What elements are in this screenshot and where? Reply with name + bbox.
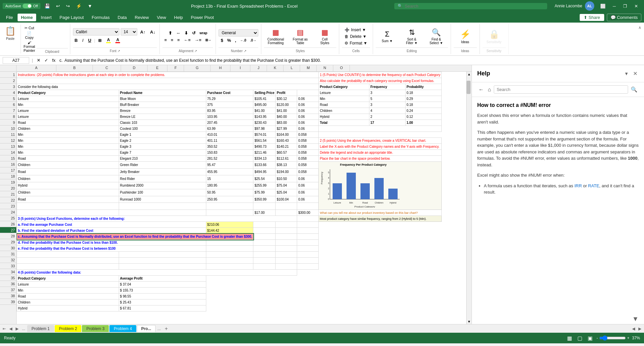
cell-a5[interactable]: Leisure [17, 96, 119, 102]
cell-f8[interactable]: 0.06 [297, 114, 319, 120]
number-format-select[interactable]: General [219, 29, 258, 37]
cell-g9[interactable]: Total [319, 120, 369, 126]
cell-f29[interactable] [297, 246, 319, 252]
normal-view-button[interactable]: ▦ [566, 334, 573, 342]
delete-cells-button[interactable]: 🗑 Delete ▼ [342, 34, 369, 40]
cell-e21[interactable]: $100.04 [276, 196, 297, 203]
row-39[interactable]: 39 [0, 299, 16, 305]
cell-f17[interactable]: 0.058 [297, 168, 319, 175]
quick-access-button[interactable]: ⚡ [74, 2, 84, 10]
cell-d22[interactable] [253, 203, 276, 210]
cell-c13[interactable]: 350.52 [206, 144, 253, 150]
cell-a23[interactable] [17, 210, 119, 216]
format-painter-button[interactable]: 🖌 Format Painter [22, 40, 36, 53]
cell-d23[interactable]: $17.00 [253, 210, 276, 216]
row-16[interactable]: 16 [0, 161, 16, 167]
cell-d25[interactable] [253, 222, 276, 228]
cell-c4[interactable]: Purchase Cost [206, 90, 253, 96]
align-middle-button[interactable]: ↔ [174, 30, 182, 36]
cell-e19[interactable]: $75.04 [276, 182, 297, 189]
bold-button[interactable]: B [73, 37, 79, 43]
cell-e17[interactable]: $194.00 [276, 168, 297, 175]
cell-b20[interactable]: Pushkinder 100 [119, 189, 206, 196]
cell-e27[interactable] [276, 234, 297, 240]
cell-a33[interactable]: 4 (5 points) Consider the following data… [17, 270, 297, 276]
row-7[interactable]: 7 [0, 108, 16, 114]
col-header-b[interactable]: B [56, 65, 93, 71]
autosave-toggle[interactable]: AutoSave Off [3, 3, 40, 9]
cell-g13[interactable]: Label the X-axis with the Product Catego… [319, 144, 442, 150]
cell-g10[interactable] [319, 126, 442, 132]
cell-c14[interactable]: 150.83 [206, 150, 253, 156]
cell-b13[interactable]: Eagle 3 [119, 144, 206, 150]
cell-b19[interactable]: Rumblend 2000 [119, 182, 206, 189]
redo-button[interactable]: ↪ [64, 2, 72, 10]
underline-button[interactable]: U [87, 37, 93, 43]
cell-c12[interactable]: 401.11 [206, 138, 253, 144]
menu-home[interactable]: Home [18, 14, 36, 21]
cell-a39[interactable]: Hybrid [17, 305, 119, 311]
cell-d9[interactable]: $230.43 [253, 120, 276, 126]
cell-f7[interactable]: 0.06 [297, 108, 319, 114]
row-15[interactable]: 15 [0, 155, 16, 161]
autosave-switch[interactable] [23, 4, 32, 8]
row-28[interactable]: 28 [0, 233, 16, 239]
wrap-text-button[interactable]: wrap [198, 30, 209, 36]
row-34[interactable]: 34 [0, 269, 16, 275]
cell-b21[interactable]: Runroad 1000 [119, 196, 206, 203]
font-color-button[interactable]: A [114, 37, 122, 44]
cell-b36[interactable]: $ 155.73 [119, 288, 206, 294]
sheet-scroll-left[interactable]: ◀ [631, 326, 636, 332]
row-13[interactable]: 13 [0, 143, 16, 149]
cell-d4[interactable]: Selling Price [253, 90, 276, 96]
row-30[interactable]: 30 [0, 245, 16, 251]
cell-h3[interactable]: Frequency [369, 84, 405, 90]
row-29[interactable]: 29 [0, 239, 16, 245]
irr-link[interactable]: IRR [574, 183, 582, 188]
cell-a26[interactable]: b. Find the standard deviation of Purcha… [17, 228, 206, 234]
cell-f20[interactable]: 0.06 [297, 189, 319, 196]
row-37[interactable]: 37 [0, 287, 16, 293]
page-layout-view-button[interactable]: ▢ [576, 334, 584, 342]
cell-b9[interactable]: Classic 103 [119, 120, 206, 126]
cell-b35[interactable]: $ 37.04 [119, 282, 206, 288]
cell-e11[interactable]: $164.00 [276, 132, 297, 138]
col-header-m[interactable]: M [300, 65, 317, 71]
cell-d6[interactable]: $495.00 [253, 102, 276, 108]
cell-b5[interactable]: Blue Moon [119, 96, 206, 102]
col-header-a[interactable]: A [17, 65, 56, 71]
cell-g12[interactable]: 2 (5 points) Using the above Frequencies… [319, 138, 442, 144]
font-settings-icon[interactable]: ↗ [117, 49, 120, 53]
cell-a19[interactable]: Hybrid [17, 182, 119, 189]
search-input[interactable] [405, 4, 544, 9]
cell-i7[interactable]: 0.24 [405, 108, 441, 114]
scroll-down-button[interactable]: ▼ [467, 319, 472, 324]
row-1[interactable]: 1 [0, 72, 16, 78]
scroll-thumb[interactable] [467, 81, 471, 94]
cell-b16[interactable]: Green Rider [119, 162, 206, 169]
cell-f28[interactable] [297, 240, 319, 246]
cell-d5[interactable]: $105.41 [253, 96, 276, 102]
cell-a1[interactable]: Instructions: (20 points) Follow the ins… [17, 72, 319, 78]
cell-i9[interactable]: 1.00 [405, 120, 441, 126]
row-35[interactable]: 35 [0, 275, 16, 281]
cell-d10[interactable]: $97.98 [253, 126, 276, 132]
cell-d15[interactable]: $334.13 [253, 156, 276, 162]
percent-button[interactable]: % [225, 37, 233, 43]
cell-b14[interactable]: Eagle 7 [119, 150, 206, 156]
font-size-select[interactable]: 14 [121, 28, 137, 36]
cell-c22[interactable] [206, 203, 253, 210]
cell-e26[interactable] [276, 228, 297, 234]
cell-c7[interactable]: 83.95 [206, 108, 253, 114]
cell-c19[interactable]: 180.95 [206, 182, 253, 189]
cell-a4[interactable]: Product Category [17, 90, 119, 96]
align-top-button[interactable]: ⬆ [167, 30, 174, 36]
minimize-button[interactable]: ─ [610, 2, 619, 10]
tab-nav-first[interactable]: ⇤ [1, 326, 7, 332]
cell-f18[interactable]: 0.06 [297, 175, 319, 182]
cell-g23[interactable]: What can you tell me about our product i… [319, 210, 442, 216]
row-20[interactable]: 20 [0, 185, 16, 191]
cell-e8[interactable]: $40.00 [276, 114, 297, 120]
col-header-i[interactable]: I [230, 65, 250, 71]
cell-c8[interactable]: 103.95 [206, 114, 253, 120]
